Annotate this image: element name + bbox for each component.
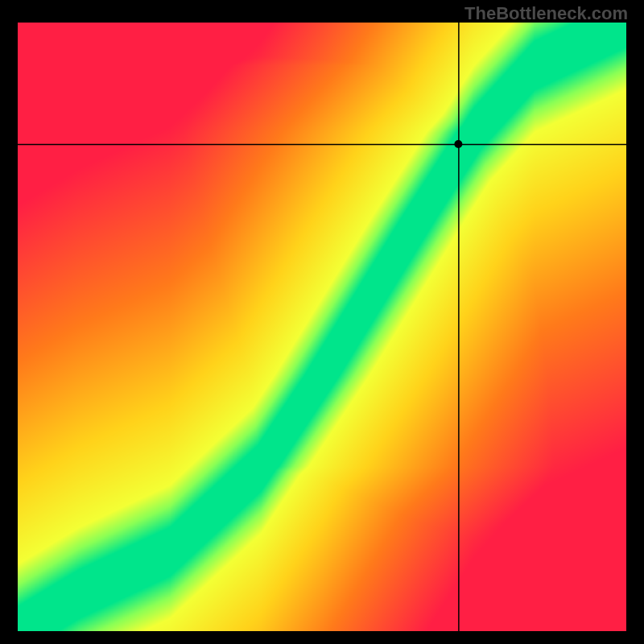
heatmap-canvas bbox=[18, 23, 626, 631]
watermark-text: TheBottleneck.com bbox=[464, 3, 628, 24]
heatmap-plot bbox=[18, 23, 626, 631]
